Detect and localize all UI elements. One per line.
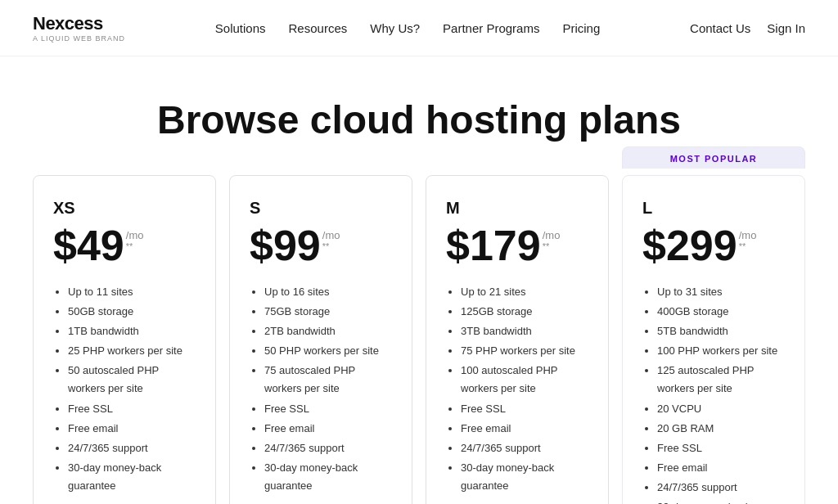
feature-item: 75 autoscaled PHP workers per site	[264, 362, 392, 398]
plan-mo-l: /mo	[739, 229, 757, 241]
plan-dollar-xs: $49	[53, 224, 124, 267]
page-title: Browse cloud hosting plans	[16, 97, 822, 142]
plan-stars-l: **	[739, 241, 757, 251]
plan-name-m: M	[446, 199, 588, 218]
feature-item: Free email	[657, 459, 785, 477]
navbar: Nexcess A LIQUID WEB BRAND Solutions Res…	[0, 0, 838, 56]
plan-name-l: L	[642, 199, 785, 218]
feature-item: Free email	[68, 420, 196, 438]
plan-features-xs: Up to 11 sites50GB storage1TB bandwidth2…	[53, 283, 196, 504]
feature-item: 24/7/365 support	[264, 439, 392, 457]
feature-item: Free SSL	[657, 439, 785, 457]
feature-item: 20 VCPU	[657, 400, 785, 418]
plan-card-m: M $179 /mo ** Up to 21 sites125GB storag…	[426, 175, 609, 504]
nav-partner-programs[interactable]: Partner Programs	[443, 21, 539, 35]
plan-stars-s: **	[322, 241, 340, 251]
plan-price-m: $179 /mo **	[446, 224, 588, 267]
feature-item: 30-day money-back guarantee	[68, 459, 196, 495]
feature-item: Free SSL	[68, 400, 196, 418]
feature-item: 24/7/365 support	[461, 439, 588, 457]
feature-item: 50 PHP workers per site	[264, 342, 392, 360]
plans-container: XS $49 /mo ** Up to 11 sites50GB storage…	[0, 175, 838, 504]
feature-item: 400GB storage	[657, 303, 785, 321]
feature-item: Free SSL	[461, 400, 588, 418]
feature-item: 100 autoscaled PHP workers per site	[461, 362, 588, 398]
feature-item: 125 autoscaled PHP workers per site	[657, 362, 785, 398]
feature-item: 1TB bandwidth	[68, 322, 196, 340]
plan-mo-xs: /mo	[126, 229, 144, 241]
plan-price-l: $299 /mo **	[642, 224, 785, 267]
plan-features-s: Up to 16 sites75GB storage2TB bandwidth5…	[250, 283, 392, 504]
plan-card-l: MOST POPULARL $299 /mo ** Up to 31 sites…	[622, 175, 805, 504]
feature-item: 24/7/365 support	[657, 479, 785, 497]
plan-mo-s: /mo	[322, 229, 340, 241]
plan-price-s: $99 /mo **	[250, 224, 392, 267]
feature-item: 75 PHP workers per site	[461, 342, 588, 360]
feature-item: 125GB storage	[461, 303, 588, 321]
nav-right-links: Contact Us Sign In	[690, 21, 805, 35]
plan-features-m: Up to 21 sites125GB storage3TB bandwidth…	[446, 283, 588, 504]
feature-item: Up to 11 sites	[68, 283, 196, 301]
feature-item: 3TB bandwidth	[461, 322, 588, 340]
plan-card-s: S $99 /mo ** Up to 16 sites75GB storage2…	[229, 175, 412, 504]
nav-links: Solutions Resources Why Us? Partner Prog…	[215, 21, 601, 35]
nav-why-us[interactable]: Why Us?	[370, 21, 420, 35]
nav-pricing[interactable]: Pricing	[562, 21, 600, 35]
feature-item: Up to 31 sites	[657, 283, 785, 301]
plan-stars-m: **	[543, 241, 561, 251]
logo: Nexcess A LIQUID WEB BRAND	[33, 13, 125, 43]
feature-item: 5TB bandwidth	[657, 322, 785, 340]
plan-stars-xs: **	[126, 241, 144, 251]
plan-card-xs: XS $49 /mo ** Up to 11 sites50GB storage…	[33, 175, 216, 504]
plan-features-l: Up to 31 sites400GB storage5TB bandwidth…	[642, 283, 785, 504]
feature-item: 30-day money-back guarantee	[264, 459, 392, 495]
feature-item: 100 PHP workers per site	[657, 342, 785, 360]
plan-name-xs: XS	[53, 199, 196, 218]
feature-item: 30-day money-back guarantee	[461, 459, 588, 495]
plan-mo-m: /mo	[543, 229, 561, 241]
feature-item: Free email	[461, 420, 588, 438]
nav-resources[interactable]: Resources	[289, 21, 348, 35]
plan-dollar-s: $99	[250, 224, 321, 267]
feature-item: Free email	[264, 420, 392, 438]
feature-item: 50 autoscaled PHP workers per site	[68, 362, 196, 398]
feature-item: Up to 21 sites	[461, 283, 588, 301]
feature-item: Up to 16 sites	[264, 283, 392, 301]
feature-item: 24/7/365 support	[68, 439, 196, 457]
plan-dollar-m: $179	[446, 224, 541, 267]
feature-item: Free SSL	[264, 400, 392, 418]
feature-item: 2TB bandwidth	[264, 322, 392, 340]
most-popular-badge: MOST POPULAR	[622, 146, 805, 169]
nav-sign-in[interactable]: Sign In	[767, 21, 805, 35]
plan-price-xs: $49 /mo **	[53, 224, 196, 267]
feature-item: 75GB storage	[264, 303, 392, 321]
plan-dollar-l: $299	[642, 224, 737, 267]
feature-item: 30-day money-back guarantee	[657, 498, 785, 504]
feature-item: 50GB storage	[68, 303, 196, 321]
plan-name-s: S	[250, 199, 392, 218]
nav-solutions[interactable]: Solutions	[215, 21, 266, 35]
logo-subtitle: A LIQUID WEB BRAND	[33, 34, 125, 43]
feature-item: 20 GB RAM	[657, 420, 785, 438]
logo-name: Nexcess	[33, 13, 125, 34]
feature-item: 25 PHP workers per site	[68, 342, 196, 360]
nav-contact-us[interactable]: Contact Us	[690, 21, 750, 35]
